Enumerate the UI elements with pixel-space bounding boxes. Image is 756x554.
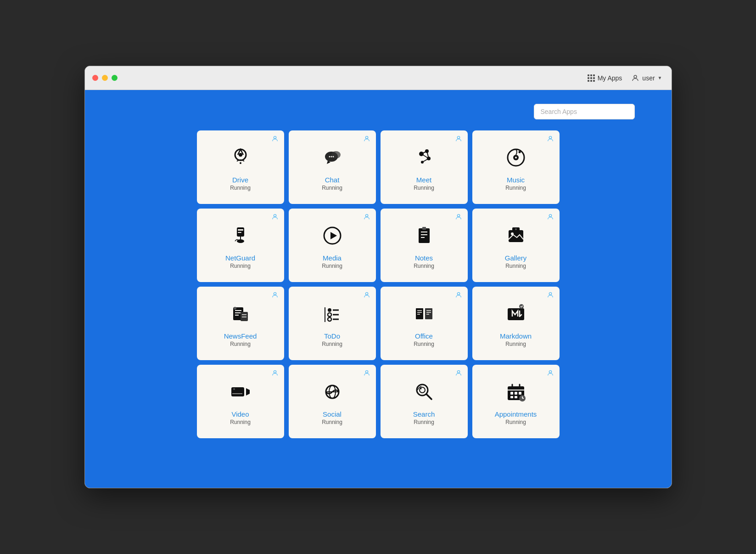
svg-point-44 [515, 228, 517, 230]
app-card-markdown[interactable]: Markdown Running [472, 287, 560, 360]
app-icon-social [319, 378, 346, 406]
app-card-drive[interactable]: Drive Running [197, 130, 284, 204]
app-icon-todo [319, 300, 346, 328]
svg-point-40 [549, 215, 551, 217]
maximize-button[interactable] [112, 75, 118, 81]
svg-point-4 [240, 162, 241, 164]
app-card-todo[interactable]: ToDo Running [289, 287, 376, 360]
minimize-button[interactable] [102, 75, 108, 81]
user-badge-search [455, 369, 462, 379]
app-status-appointments: Running [505, 419, 526, 425]
app-card-media[interactable]: Media Running [289, 209, 376, 282]
app-name-drive: Drive [232, 176, 248, 184]
app-status-todo: Running [322, 341, 342, 347]
app-name-markdown: Markdown [500, 332, 532, 340]
svg-point-54 [365, 293, 368, 295]
app-status-music: Running [505, 185, 526, 191]
svg-rect-95 [519, 392, 521, 395]
user-badge-office [455, 291, 462, 300]
svg-point-77 [233, 388, 235, 390]
app-name-office: Office [415, 332, 433, 340]
app-card-notes[interactable]: Notes Running [381, 209, 468, 282]
svg-point-10 [332, 156, 334, 157]
user-badge-media [363, 213, 370, 222]
svg-point-88 [549, 371, 551, 373]
user-badge-drive [271, 135, 279, 144]
app-icon-video [227, 378, 254, 406]
svg-point-24 [518, 151, 521, 153]
svg-line-85 [426, 394, 431, 399]
svg-point-45 [274, 293, 276, 295]
app-status-markdown: Running [505, 341, 526, 347]
app-card-gallery[interactable]: Gallery Running [472, 209, 560, 282]
svg-point-57 [328, 313, 331, 317]
svg-point-71 [549, 293, 551, 295]
app-name-media: Media [323, 254, 342, 262]
svg-point-5 [365, 136, 368, 139]
svg-point-53 [234, 307, 236, 310]
app-card-meet[interactable]: Meet Running [381, 130, 468, 204]
app-card-chat[interactable]: Chat Running [289, 130, 376, 204]
app-icon-appointments [502, 378, 530, 406]
close-button[interactable] [92, 75, 98, 81]
svg-rect-97 [515, 396, 517, 398]
app-icon-music [502, 144, 530, 171]
app-icon-markdown [502, 300, 530, 328]
svg-rect-27 [238, 229, 243, 231]
app-icon-office [410, 300, 438, 328]
apps-grid: Drive Running Chat Running [197, 130, 560, 438]
app-icon-chat [319, 144, 346, 171]
svg-point-9 [330, 156, 332, 157]
app-name-chat: Chat [325, 176, 340, 184]
svg-rect-35 [419, 228, 430, 243]
svg-point-79 [365, 371, 368, 373]
app-icon-gallery [502, 222, 530, 249]
user-label: user [642, 74, 655, 82]
user-badge-netguard [271, 213, 279, 222]
app-card-search[interactable]: Search Running [381, 365, 468, 438]
app-name-social: Social [323, 410, 342, 418]
user-badge-video [271, 369, 279, 379]
titlebar: My Apps user ▼ [85, 66, 672, 90]
svg-marker-76 [246, 388, 250, 396]
svg-point-74 [274, 371, 276, 373]
app-icon-notes [410, 222, 438, 249]
svg-point-55 [328, 308, 331, 312]
traffic-lights [92, 75, 118, 81]
app-status-video: Running [230, 419, 251, 425]
svg-marker-33 [330, 232, 337, 239]
user-button[interactable]: user ▼ [631, 74, 662, 82]
svg-point-0 [634, 75, 637, 78]
svg-point-73 [519, 304, 524, 309]
user-badge-markdown [547, 291, 554, 300]
user-badge-notes [455, 213, 462, 222]
svg-point-59 [328, 317, 331, 321]
user-icon [631, 74, 639, 82]
app-card-netguard[interactable]: NetGuard Running [197, 209, 284, 282]
app-name-meet: Meet [416, 176, 431, 184]
svg-rect-93 [510, 392, 513, 395]
user-badge-appointments [547, 369, 554, 379]
app-name-video: Video [231, 410, 249, 418]
app-icon-search [410, 378, 438, 406]
app-name-netguard: NetGuard [225, 254, 255, 262]
myapps-button[interactable]: My Apps [588, 74, 622, 82]
app-card-social[interactable]: Social Running [289, 365, 376, 438]
search-bar-row [94, 104, 662, 119]
svg-point-25 [274, 215, 276, 217]
app-name-search: Search [413, 410, 435, 418]
app-card-newsfeed[interactable]: NewsFeed Running [197, 287, 284, 360]
app-status-chat: Running [322, 185, 342, 191]
svg-point-11 [457, 136, 459, 139]
app-card-music[interactable]: Music Running [472, 130, 560, 204]
app-card-video[interactable]: Video Running [197, 365, 284, 438]
app-card-office[interactable]: Office Running [381, 287, 468, 360]
svg-point-20 [549, 136, 551, 139]
app-status-gallery: Running [505, 263, 526, 269]
user-badge-newsfeed [271, 291, 279, 300]
svg-point-62 [457, 293, 459, 295]
search-input[interactable] [534, 104, 635, 119]
svg-point-7 [331, 151, 341, 158]
app-card-appointments[interactable]: Appointments Running [472, 365, 560, 438]
app-status-netguard: Running [230, 263, 251, 269]
